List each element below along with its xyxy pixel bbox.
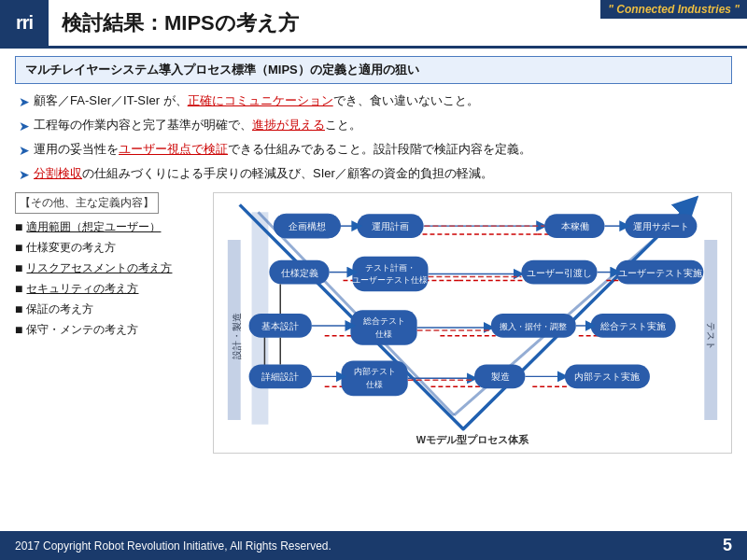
list-label-2: 仕様変更の考え方 [26, 240, 116, 256]
svg-text:仕様: 仕様 [366, 379, 383, 389]
svg-text:仕様: 仕様 [375, 329, 392, 339]
diagram-container: 企画構想 運用計画 本稼働 運用サポート 仕様定義 テスト計画・ [213, 192, 732, 454]
svg-text:内部テスト: 内部テスト [354, 366, 396, 376]
list-bullet-6: ■ [15, 322, 22, 337]
left-panel-title: 【その他、主な定義内容】 [15, 192, 159, 214]
left-panel: 【その他、主な定義内容】 ■ 適用範囲（想定ユーザー） ■ 仕様変更の考え方 ■… [15, 192, 202, 454]
list-label-4: セキュリティの考え方 [26, 281, 138, 297]
list-bullet-4: ■ [15, 281, 22, 296]
bullet-text-1: 顧客／FA-SIer／IT-SIer が、正確にコミュニケーションでき、食い違い… [34, 91, 479, 110]
svg-text:総合テスト実施: 総合テスト実施 [599, 321, 666, 331]
svg-text:総合テスト: 総合テスト [362, 315, 405, 326]
svg-text:テスト計画・: テスト計画・ [365, 262, 416, 273]
bullet-arrow-2: ➤ [19, 117, 30, 136]
footer-copyright: 2017 Copyright Robot Revolution Initiati… [15, 539, 331, 553]
logo-block: rri [0, 0, 49, 48]
svg-text:ユーザーテスト実施: ユーザーテスト実施 [618, 268, 702, 278]
svg-text:製造: 製造 [491, 371, 510, 382]
list-item-6: ■ 保守・メンテの考え方 [15, 322, 202, 338]
highlight-3: ユーザー視点で検証 [119, 142, 228, 156]
svg-text:仕様定義: 仕様定義 [281, 268, 318, 278]
svg-text:運用計画: 運用計画 [372, 221, 409, 231]
list-label-1: 適用範囲（想定ユーザー） [26, 219, 161, 235]
svg-text:ユーザーテスト仕様: ユーザーテスト仕様 [352, 274, 428, 285]
svg-text:本稼働: 本稼働 [561, 221, 589, 231]
list-item-4: ■ セキュリティの考え方 [15, 281, 202, 297]
list-item-1: ■ 適用範囲（想定ユーザー） [15, 219, 202, 235]
connected-badge: " Connected Industries " [600, 0, 747, 19]
list-bullet-5: ■ [15, 301, 22, 316]
list-label-3: リスクアセスメントの考え方 [26, 260, 172, 276]
bullet-arrow-1: ➤ [19, 92, 30, 112]
bullet-text-3: 運用の妥当性をユーザー視点で検証できる仕組みであること。設計段階で検証内容を定義… [34, 140, 531, 159]
bullet-item-1: ➤ 顧客／FA-SIer／IT-SIer が、正確にコミュニケーションでき、食い… [19, 91, 732, 112]
svg-text:搬入・据付・調整: 搬入・据付・調整 [500, 321, 567, 331]
list-item-3: ■ リスクアセスメントの考え方 [15, 260, 202, 276]
list-bullet-2: ■ [15, 240, 22, 255]
footer: 2017 Copyright Robot Revolution Initiati… [0, 531, 747, 560]
logo-text: rri [16, 12, 33, 34]
list-label-5: 保証の考え方 [26, 301, 93, 317]
svg-text:基本設計: 基本設計 [261, 321, 299, 331]
left-list: ■ 適用範囲（想定ユーザー） ■ 仕様変更の考え方 ■ リスクアセスメントの考え… [15, 219, 202, 338]
bullet-item-3: ➤ 運用の妥当性をユーザー視点で検証できる仕組みであること。設計段階で検証内容を… [19, 140, 732, 161]
svg-text:ユーザー引渡し: ユーザー引渡し [527, 268, 592, 278]
list-item-5: ■ 保証の考え方 [15, 301, 202, 317]
bullet-text-2: 工程毎の作業内容と完了基準が明確で、進捗が見えること。 [34, 116, 361, 134]
svg-text:運用サポート: 運用サポート [633, 221, 689, 231]
footer-page: 5 [723, 536, 732, 555]
highlight-1: 正確にコミュニケーション [188, 93, 333, 107]
list-label-6: 保守・メンテの考え方 [26, 322, 138, 338]
svg-text:Wモデル型プロセス体系: Wモデル型プロセス体系 [416, 434, 529, 445]
highlight-2: 進捗が見える [252, 118, 325, 132]
svg-text:内部テスト実施: 内部テスト実施 [574, 371, 640, 382]
list-bullet-1: ■ [15, 219, 22, 234]
list-bullet-3: ■ [15, 260, 22, 275]
bullet-text-4: 分割検収の仕組みづくりによる手戻りの軽減及び、SIer／顧客の資金的負担の軽減。 [34, 164, 493, 183]
content-area: マルチレイヤーシステム導入プロセス標準（MIPS）の定義と適用の狙い ➤ 顧客／… [0, 49, 747, 457]
info-box: マルチレイヤーシステム導入プロセス標準（MIPS）の定義と適用の狙い [15, 56, 732, 84]
bullet-list: ➤ 顧客／FA-SIer／IT-SIer が、正確にコミュニケーションでき、食い… [15, 91, 732, 185]
list-item-2: ■ 仕様変更の考え方 [15, 240, 202, 256]
bullet-arrow-4: ➤ [19, 165, 30, 185]
highlight-4: 分割検収 [34, 166, 82, 180]
bullet-item-4: ➤ 分割検収の仕組みづくりによる手戻りの軽減及び、SIer／顧客の資金的負担の軽… [19, 164, 732, 185]
bullet-item-2: ➤ 工程毎の作業内容と完了基準が明確で、進捗が見えること。 [19, 116, 732, 136]
page-title: 検討結果：MIPSの考え方 [62, 9, 299, 37]
diagram-svg: 企画構想 運用計画 本稼働 運用サポート 仕様定義 テスト計画・ [214, 193, 731, 453]
header: rri 検討結果：MIPSの考え方 " Connected Industries… [0, 0, 747, 49]
svg-text:詳細設計: 詳細設計 [261, 371, 299, 382]
bullet-arrow-3: ➤ [19, 141, 30, 161]
svg-text:企画構想: 企画構想 [289, 221, 326, 231]
lower-section: 【その他、主な定義内容】 ■ 適用範囲（想定ユーザー） ■ 仕様変更の考え方 ■… [15, 192, 732, 454]
